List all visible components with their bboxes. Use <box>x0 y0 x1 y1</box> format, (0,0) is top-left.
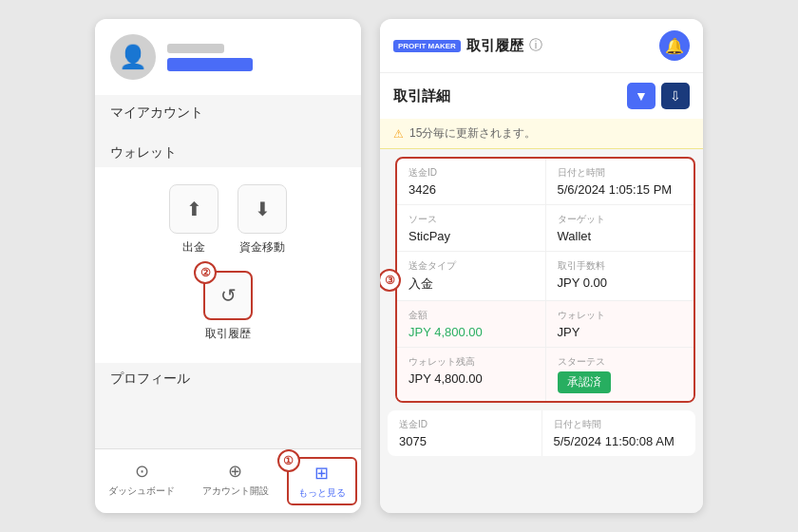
detail-row-source-target: ソース SticPay ターゲット Wallet <box>397 205 694 252</box>
export-button[interactable]: ⇩ <box>661 83 690 109</box>
date-label: 日付と時間 <box>558 166 683 180</box>
right-header-left: PROFIT MAKER 取引履歴 ⓘ <box>393 37 542 55</box>
circle-one-badge: ① <box>277 449 300 472</box>
cell-amount: 金額 JPY 4,800.00 <box>397 301 546 347</box>
transfer-label: 資金移動 <box>239 239 285 256</box>
bell-button[interactable]: 🔔 <box>659 30 690 61</box>
left-panel: 👤 マイアカウント ウォレット ⬆ 出金 ⬇ 資金移動 <box>95 19 361 513</box>
cell-2-date: 日付と時間 5/5/2024 11:50:08 AM <box>542 410 696 456</box>
cell-id-label: 送金ID 3426 <box>397 159 546 204</box>
brand-badge: PROFIT MAKER <box>393 40 461 52</box>
wallet-value: JPY <box>558 325 683 339</box>
withdraw-label: 出金 <box>182 239 205 256</box>
dashboard-nav-label: ダッシュボード <box>108 484 175 498</box>
wallet-label: ウォレット <box>558 309 683 322</box>
header-title: 取引履歴 <box>466 37 523 55</box>
wallet-section: ⬆ 出金 ⬇ 資金移動 ② ↺ 取引履歴 <box>95 167 361 363</box>
detail-row-amount-wallet: 金額 JPY 4,800.00 ウォレット JPY <box>397 301 694 348</box>
target-value: Wallet <box>558 229 683 243</box>
fee-label: 取引手数料 <box>558 259 683 273</box>
cell-target: ターゲット Wallet <box>546 205 694 251</box>
id-value: 3426 <box>408 182 534 197</box>
wallet-history-row: ② ↺ 取引履歴 <box>110 263 346 350</box>
account-nav-label: アカウント開設 <box>202 484 269 498</box>
cell-type: 送金タイプ 入金 <box>397 252 546 300</box>
status-value: 承認済 <box>558 371 683 393</box>
history-label: 取引履歴 <box>205 326 251 342</box>
transaction-1-card: 送金ID 3426 日付と時間 5/6/2024 1:05:15 PM ソース … <box>395 157 695 403</box>
amount-value: JPY 4,800.00 <box>408 325 534 339</box>
more-nav-label: もっと見る <box>298 486 346 500</box>
wallet-label: ウォレット <box>110 144 177 160</box>
my-account-section-header: マイアカウント <box>95 95 361 127</box>
type-label: 送金タイプ <box>408 259 534 273</box>
account-icon: ⊕ <box>228 461 242 482</box>
profile-section: 👤 <box>95 19 361 95</box>
sub-header-actions: ▼ ⇩ <box>627 83 690 109</box>
profile-label: プロフィール <box>110 370 190 386</box>
warning-icon: ⚠ <box>393 127 404 141</box>
avatar: 👤 <box>110 34 156 80</box>
date2-value: 5/5/2024 11:50:08 AM <box>554 434 685 448</box>
fee-value: JPY 0.00 <box>558 276 683 290</box>
wallet-section-header: ウォレット <box>95 135 361 167</box>
profile-section-header: プロフィール <box>95 363 361 393</box>
nav-dashboard[interactable]: ⊙ ダッシュボード <box>99 457 184 505</box>
transaction-2-card: 送金ID 3075 日付と時間 5/5/2024 11:50:08 AM <box>388 410 695 456</box>
nav-more[interactable]: ① ⊞ もっと見る <box>287 457 357 505</box>
cell-fee: 取引手数料 JPY 0.00 <box>546 252 694 300</box>
nav-account[interactable]: ⊕ アカウント開設 <box>193 457 278 505</box>
profile-name-placeholder <box>167 44 224 53</box>
cell-balance: ウォレット残高 JPY 4,800.00 <box>397 348 546 401</box>
detail-row-2-id-date: 送金ID 3075 日付と時間 5/5/2024 11:50:08 AM <box>388 410 695 456</box>
source-value: SticPay <box>408 229 534 243</box>
id2-value: 3075 <box>399 434 530 448</box>
source-label: ソース <box>408 213 534 226</box>
date-value: 5/6/2024 1:05:15 PM <box>558 182 683 197</box>
update-notice: ⚠ 15分毎に更新されます。 <box>380 119 703 149</box>
status-badge: 承認済 <box>558 371 611 393</box>
detail-row-type-fee: 送金タイプ 入金 取引手数料 JPY 0.00 <box>397 252 694 301</box>
type-value: 入金 <box>408 276 534 293</box>
id2-label: 送金ID <box>399 418 530 431</box>
transfer-item[interactable]: ⬇ 資金移動 <box>238 184 287 256</box>
cell-source: ソース SticPay <box>397 205 546 251</box>
dashboard-icon: ⊙ <box>135 461 149 482</box>
detail-row-id-date: 送金ID 3426 日付と時間 5/6/2024 1:05:15 PM <box>397 159 694 205</box>
id-label: 送金ID <box>408 166 534 180</box>
detail-row-balance-status: ウォレット残高 JPY 4,800.00 スターテス 承認済 <box>397 348 694 401</box>
transaction-1-wrapper: ③ 送金ID 3426 日付と時間 5/6/2024 1:05:15 PM <box>380 157 703 403</box>
status-label: スターテス <box>558 355 683 369</box>
bottom-nav: ⊙ ダッシュボード ⊕ アカウント開設 ① ⊞ もっと見る <box>95 448 361 513</box>
my-account-label: マイアカウント <box>110 104 203 120</box>
withdraw-icon-box: ⬆ <box>169 184 218 234</box>
more-icon: ⊞ <box>314 463 329 484</box>
right-header: PROFIT MAKER 取引履歴 ⓘ 🔔 <box>380 19 703 73</box>
date2-label: 日付と時間 <box>554 418 685 431</box>
update-notice-text: 15分毎に更新されます。 <box>409 125 536 142</box>
balance-label: ウォレット残高 <box>408 355 534 369</box>
transfer-icon-box: ⬇ <box>238 184 287 234</box>
target-label: ターゲット <box>558 213 683 226</box>
cell-status: スターテス 承認済 <box>546 348 694 401</box>
scroll-content[interactable]: ③ 送金ID 3426 日付と時間 5/6/2024 1:05:15 PM <box>380 149 703 513</box>
wallet-icons-row: ⬆ 出金 ⬇ 資金移動 <box>110 177 346 263</box>
cell-date: 日付と時間 5/6/2024 1:05:15 PM <box>546 159 694 204</box>
right-panel: PROFIT MAKER 取引履歴 ⓘ 🔔 取引詳細 ▼ ⇩ ⚠ 15分毎に更新… <box>380 19 703 513</box>
profile-id-placeholder <box>167 58 253 71</box>
withdraw-item[interactable]: ⬆ 出金 <box>169 184 218 256</box>
sub-header: 取引詳細 ▼ ⇩ <box>380 73 703 119</box>
cell-wallet: ウォレット JPY <box>546 301 694 347</box>
info-icon: ⓘ <box>529 37 542 54</box>
profile-info <box>167 44 253 71</box>
balance-value: JPY 4,800.00 <box>408 371 534 386</box>
circle-two-badge: ② <box>194 261 217 284</box>
filter-button[interactable]: ▼ <box>627 83 656 109</box>
amount-label: 金額 <box>408 309 534 322</box>
sub-header-title: 取引詳細 <box>393 87 450 105</box>
history-item[interactable]: ② ↺ 取引履歴 <box>203 271 253 342</box>
cell-2-id: 送金ID 3075 <box>388 410 542 456</box>
